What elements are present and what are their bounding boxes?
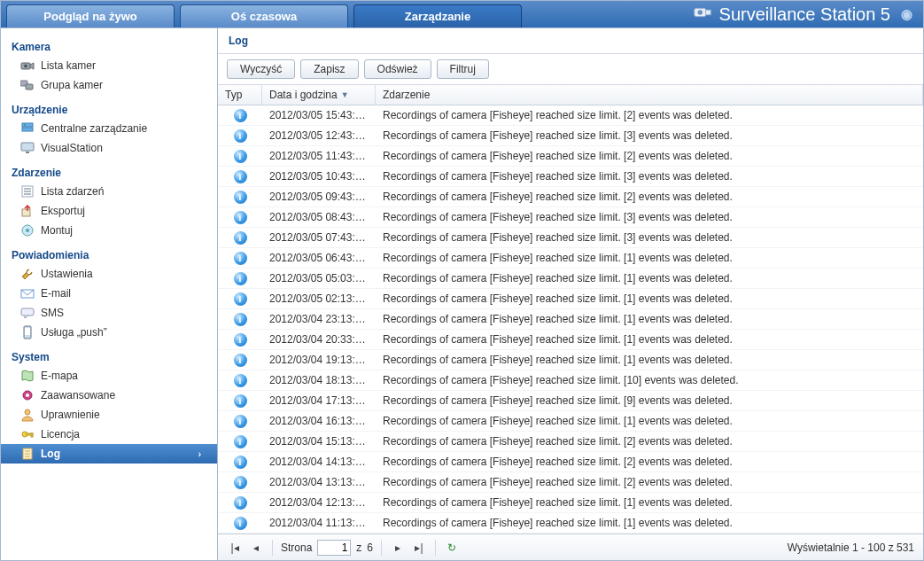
refresh-button[interactable]: Odśwież bbox=[364, 59, 431, 79]
help-icon[interactable]: ◉ bbox=[901, 6, 912, 22]
save-button[interactable]: Zapisz bbox=[300, 59, 358, 79]
sidebar-item-label: E-mail bbox=[41, 287, 71, 300]
export-icon bbox=[20, 204, 35, 218]
tab-label: Podgląd na żywo bbox=[43, 10, 136, 23]
type-cell: i bbox=[218, 435, 262, 448]
table-row[interactable]: i2012/03/05 05:03:…Recordings of camera … bbox=[218, 269, 923, 289]
table-row[interactable]: i2012/03/04 12:13:…Recordings of camera … bbox=[218, 493, 923, 513]
total-pages: 6 bbox=[367, 542, 373, 554]
clear-button[interactable]: Wyczyść bbox=[227, 59, 295, 79]
page-input[interactable] bbox=[317, 540, 351, 556]
sidebar-item-visualstation[interactable]: VisualStation bbox=[1, 138, 217, 158]
svg-rect-22 bbox=[25, 328, 30, 335]
date-cell: 2012/03/04 18:13:… bbox=[262, 374, 376, 386]
table-row[interactable]: i2012/03/04 14:13:…Recordings of camera … bbox=[218, 452, 923, 472]
table-row[interactable]: i2012/03/04 16:13:…Recordings of camera … bbox=[218, 411, 923, 432]
table-row[interactable]: i2012/03/04 20:33:…Recordings of camera … bbox=[218, 330, 923, 350]
info-icon: i bbox=[234, 394, 247, 408]
first-page-button[interactable]: |◂ bbox=[227, 540, 243, 556]
sidebar-item-e-mail[interactable]: E-mail bbox=[1, 284, 217, 303]
key-icon bbox=[20, 427, 35, 441]
sidebar-item-montuj[interactable]: Montuj bbox=[1, 221, 217, 240]
info-icon: i bbox=[234, 231, 247, 245]
sidebar-item-grupa-kamer[interactable]: Grupa kamer bbox=[1, 75, 217, 95]
tab-timeline[interactable]: Oś czasowa bbox=[180, 4, 348, 27]
last-page-button[interactable]: ▸| bbox=[411, 540, 427, 556]
type-cell: i bbox=[218, 129, 262, 143]
table-row[interactable]: i2012/03/04 18:13:…Recordings of camera … bbox=[218, 370, 923, 391]
table-row[interactable]: i2012/03/05 02:13:…Recordings of camera … bbox=[218, 289, 923, 309]
filter-button[interactable]: Filtruj bbox=[437, 59, 489, 79]
table-row[interactable]: i2012/03/04 13:13:…Recordings of camera … bbox=[218, 472, 923, 493]
sidebar-heading: Kamera bbox=[1, 35, 217, 56]
table-body[interactable]: i2012/03/05 15:43:…Recordings of camera … bbox=[218, 105, 923, 534]
prev-page-button[interactable]: ◂ bbox=[248, 540, 264, 556]
date-cell: 2012/03/04 14:13:… bbox=[262, 456, 376, 468]
sidebar-item-eksportuj[interactable]: Eksportuj bbox=[1, 201, 217, 221]
sidebar-heading: System bbox=[1, 346, 217, 366]
table-row[interactable]: i2012/03/05 11:43:…Recordings of camera … bbox=[218, 146, 923, 167]
table-row[interactable]: i2012/03/05 06:43:…Recordings of camera … bbox=[218, 248, 923, 269]
svg-point-9 bbox=[24, 124, 26, 126]
table-row[interactable]: i2012/03/04 15:13:…Recordings of camera … bbox=[218, 432, 923, 452]
sidebar-item-label: Ustawienia bbox=[41, 268, 93, 280]
table-row[interactable]: i2012/03/04 19:13:…Recordings of camera … bbox=[218, 350, 923, 370]
sidebar-item-label: Licencja bbox=[41, 428, 80, 440]
table-row[interactable]: i2012/03/05 12:43:…Recordings of camera … bbox=[218, 126, 923, 146]
list-icon bbox=[20, 184, 35, 199]
sidebar-item-uprawnienie[interactable]: Uprawnienie bbox=[1, 405, 217, 425]
pager: |◂ ◂ Strona z 6 ▸ ▸| ↻ Wyświetalnie 1 - … bbox=[218, 534, 923, 560]
sidebar-item-lista-zdarze-[interactable]: Lista zdarzeń bbox=[1, 182, 217, 201]
table-row[interactable]: i2012/03/05 15:43:…Recordings of camera … bbox=[218, 105, 923, 126]
table-row[interactable]: i2012/03/05 07:43:…Recordings of camera … bbox=[218, 228, 923, 248]
tab-live-view[interactable]: Podgląd na żywo bbox=[6, 4, 175, 27]
sidebar-item-label: Lista kamer bbox=[41, 59, 96, 72]
app-title: Surveillance Station 5 bbox=[719, 4, 890, 25]
type-cell: i bbox=[218, 272, 262, 285]
svg-point-4 bbox=[24, 65, 27, 68]
type-cell: i bbox=[218, 415, 262, 428]
sidebar-item-centralne-zarz-dzanie[interactable]: Centralne zarządzanie bbox=[1, 119, 217, 138]
date-cell: 2012/03/04 15:13:… bbox=[262, 435, 376, 448]
type-cell: i bbox=[218, 496, 262, 510]
event-cell: Recordings of camera [Fisheye] reached s… bbox=[376, 231, 923, 244]
table-row[interactable]: i2012/03/05 08:43:…Recordings of camera … bbox=[218, 207, 923, 228]
tab-label: Zarządzanie bbox=[405, 10, 470, 23]
table-row[interactable]: i2012/03/04 11:13:…Recordings of camera … bbox=[218, 513, 923, 534]
type-cell: i bbox=[218, 476, 262, 489]
svg-rect-16 bbox=[22, 209, 30, 216]
sidebar-item-zaawansowane[interactable]: Zaawansowane bbox=[1, 386, 217, 405]
event-cell: Recordings of camera [Fisheye] reached s… bbox=[376, 517, 923, 529]
event-cell: Recordings of camera [Fisheye] reached s… bbox=[376, 252, 923, 264]
svg-rect-20 bbox=[21, 308, 34, 316]
refresh-icon[interactable]: ↻ bbox=[444, 540, 460, 556]
sidebar-item-ustawienia[interactable]: Ustawienia bbox=[1, 264, 217, 284]
table-row[interactable]: i2012/03/05 09:43:…Recordings of camera … bbox=[218, 187, 923, 207]
sidebar-item-us-uga-push-[interactable]: Usługa „push” bbox=[1, 323, 217, 342]
table-row[interactable]: i2012/03/04 23:13:…Recordings of camera … bbox=[218, 309, 923, 330]
sidebar-item-log[interactable]: Log› bbox=[1, 444, 217, 464]
event-cell: Recordings of camera [Fisheye] reached s… bbox=[376, 496, 923, 509]
col-event-header[interactable]: Zdarzenie bbox=[376, 85, 923, 105]
sidebar-item-licencja[interactable]: Licencja bbox=[1, 425, 217, 444]
col-date-header[interactable]: Data i godzina▼ bbox=[262, 85, 376, 105]
date-cell: 2012/03/05 06:43:… bbox=[262, 252, 376, 264]
event-cell: Recordings of camera [Fisheye] reached s… bbox=[376, 109, 923, 121]
sidebar-item-e-mapa[interactable]: E-mapa bbox=[1, 366, 217, 386]
event-cell: Recordings of camera [Fisheye] reached s… bbox=[376, 150, 923, 162]
svg-rect-10 bbox=[21, 143, 34, 151]
sidebar-item-sms[interactable]: SMS bbox=[1, 303, 217, 323]
col-type-header[interactable]: Typ bbox=[218, 85, 262, 105]
date-cell: 2012/03/05 07:43:… bbox=[262, 231, 376, 244]
type-cell: i bbox=[218, 211, 262, 224]
sidebar-item-lista-kamer[interactable]: Lista kamer bbox=[1, 56, 217, 75]
info-icon: i bbox=[234, 415, 247, 428]
table-header: Typ Data i godzina▼ Zdarzenie bbox=[218, 85, 923, 105]
event-cell: Recordings of camera [Fisheye] reached s… bbox=[376, 191, 923, 203]
tab-management[interactable]: Zarządzanie bbox=[353, 4, 522, 27]
next-page-button[interactable]: ▸ bbox=[390, 540, 406, 556]
table-row[interactable]: i2012/03/04 17:13:…Recordings of camera … bbox=[218, 391, 923, 411]
sidebar-item-label: VisualStation bbox=[41, 142, 103, 154]
date-cell: 2012/03/04 12:13:… bbox=[262, 496, 376, 509]
table-row[interactable]: i2012/03/05 10:43:…Recordings of camera … bbox=[218, 167, 923, 187]
